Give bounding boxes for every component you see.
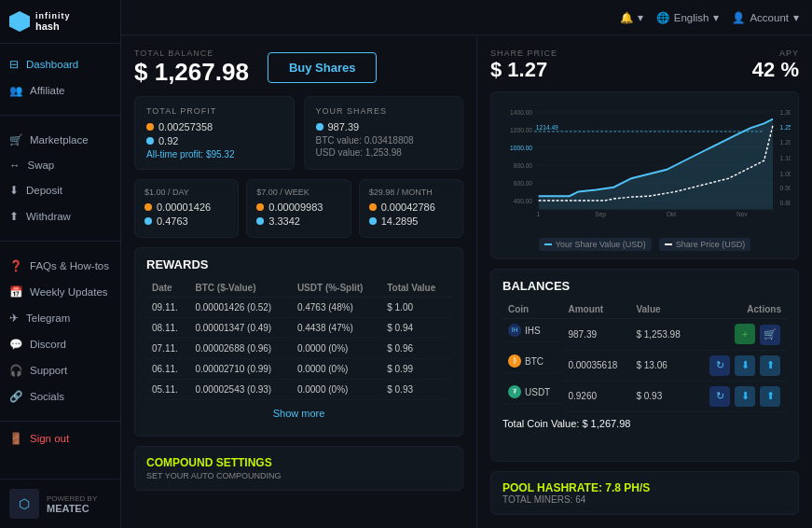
discord-icon: 💬 [9,338,22,351]
rate-month-label: $29.98 / MONTH [369,188,453,197]
usdt-icon: ₮ [508,385,521,398]
content-area: TOTAL BALANCE $ 1,267.98 Buy Shares TOTA… [121,35,812,528]
rate-month-btc: 0.00042786 [381,201,435,213]
sidebar-label-telegram: Telegram [26,313,70,324]
logo: infinity hash [0,0,120,44]
logo-hash: hash [35,21,71,32]
total-balance-value: $ 1,267.98 [134,58,249,87]
bell-icon: 🔔 [620,11,633,24]
notification-bell[interactable]: 🔔 ▾ [620,11,643,24]
sidebar-secondary-section: 🛒 Marketplace ↔ Swap ⬇ Deposit ⬆ Withdra… [0,119,120,237]
sidebar-item-support[interactable]: 🎧 Support [0,357,120,383]
sidebar-item-affiliate[interactable]: 👥 Affiliate [0,77,120,104]
sidebar-divider-3 [0,421,120,422]
bal-col-coin: Coin [502,300,562,319]
svg-text:1.25: 1.25 [780,124,791,131]
sidebar-label-dashboard: Dashboard [26,59,78,70]
sidebar-item-socials[interactable]: 🔗 Socials [0,383,120,410]
total-profit-title: TOTAL PROFIT [146,106,282,116]
sidebar-label-withdraw: Withdraw [26,211,71,222]
rate-week-card: $7.00 / WEEK 0.00009983 3.3342 [246,179,351,238]
sidebar-help-section: ❓ FAQs & How-tos 📅 Weekly Updates ✈ Tele… [0,245,120,417]
svg-text:Sep: Sep [595,211,606,218]
sidebar-item-swap[interactable]: ↔ Swap [0,153,120,177]
ihs-add-button[interactable]: + [735,324,755,344]
shares-usd: USD value: 1,253.98 [316,147,452,158]
sidebar-item-dashboard[interactable]: ⊟ Dashboard [0,51,120,77]
col-date: Date [146,279,189,298]
balances-title: BALANCES [502,279,787,293]
language-label: English [674,12,709,23]
apy-block: APY 42 % [752,49,799,82]
legend-share-price: Share Price (USD) [659,238,751,251]
sidebar-label-support: Support [30,365,67,376]
svg-text:Nov: Nov [736,211,748,217]
svg-text:1000.00: 1000.00 [510,145,532,151]
svg-text:0.90: 0.90 [780,186,791,192]
deposit-icon: ⬇ [9,184,19,197]
rate-day-btc-dot [145,203,152,211]
reward-usdt: 0.0000 (0%) [292,359,381,380]
rate-month-usdt-dot [369,217,377,225]
buy-shares-button[interactable]: Buy Shares [268,52,378,83]
sidebar-label-faqs: FAQs & How-tos [30,260,109,271]
reward-usdt: 0.0000 (0%) [292,339,381,359]
reward-date: 09.11. [146,298,189,318]
profit-btc: 0.00257358 [158,121,213,132]
ihs-cart-button[interactable]: 🛒 [760,325,780,345]
account-menu[interactable]: 👤 Account ▾ [732,11,799,24]
reward-btc: 0.00001426 (0.52) [189,298,291,318]
ihs-amount: 987.39 [562,319,630,351]
right-panel: SHARE PRICE $ 1.27 APY 42 % [476,35,812,528]
apy-label: APY [752,49,799,58]
compound-settings: COMPOUND SETTINGS SET YOUR AUTO COMPOUND… [134,446,463,491]
usdt-download2-button[interactable]: ⬆ [760,386,780,407]
sidebar-item-marketplace[interactable]: 🛒 Marketplace [0,127,120,153]
chart-svg: 1400.00 1200.00 1000.00 800.00 600.00 40… [499,100,791,230]
legend-share-value: Your Share Value (USD) [539,238,652,251]
sidebar-item-deposit[interactable]: ⬇ Deposit [0,177,120,203]
total-coin-label: Total Coin Value: [502,418,579,429]
reward-date: 07.11. [146,339,189,359]
sidebar-item-telegram[interactable]: ✈ Telegram [0,305,120,331]
reward-btc: 0.00002688 (0.96) [189,339,291,359]
language-selector[interactable]: 🌐 English ▾ [656,11,720,24]
svg-text:1.30: 1.30 [780,109,791,116]
sidebar-item-weekly[interactable]: 📅 Weekly Updates [0,279,120,305]
compound-title: COMPOUND SETTINGS [146,456,451,469]
reward-total: $ 0.99 [381,359,451,380]
show-more-button[interactable]: Show more [146,400,451,426]
btc-refresh-button[interactable]: ↻ [709,355,730,376]
usdt-refresh-button[interactable]: ↻ [709,386,730,407]
btc-download-button[interactable]: ⬇ [735,355,755,376]
sidebar-divider-2 [0,241,120,242]
table-row: 09.11. 0.00001426 (0.52) 0.4763 (48%) $ … [146,298,451,318]
sidebar-label-discord: Discord [30,339,66,350]
bell-chevron: ▾ [638,11,643,24]
alltime-profit: All-time profit: $95.32 [146,149,282,160]
table-row: 08.11. 0.00001347 (0.49) 0.4438 (47%) $ … [146,318,451,339]
rate-day-card: $1.00 / DAY 0.00001426 0.4763 [134,179,239,238]
telegram-icon: ✈ [9,312,19,325]
svg-text:1200.00: 1200.00 [510,127,532,133]
rate-week-label: $7.00 / WEEK [256,188,340,197]
usdt-actions: ↻ ⬇ ⬆ [693,381,787,411]
sidebar-item-discord[interactable]: 💬 Discord [0,331,120,357]
sidebar-item-faqs[interactable]: ❓ FAQs & How-tos [0,253,120,279]
sidebar-item-withdraw[interactable]: ⬆ Withdraw [0,203,120,229]
svg-text:1.20: 1.20 [780,139,791,146]
flag-icon: 🌐 [656,11,669,24]
sidebar-item-signout[interactable]: 🚪 Sign out [0,425,120,452]
rate-week-usdt-dot [256,217,264,225]
btc-dot [146,123,154,131]
reward-date: 06.11. [146,359,189,380]
socials-icon: 🔗 [9,390,22,403]
price-chart: 1400.00 1200.00 1000.00 800.00 600.00 40… [490,91,799,259]
table-row: 06.11. 0.00002710 (0.99) 0.0000 (0%) $ 0… [146,359,451,380]
usdt-download-button[interactable]: ⬇ [735,386,755,407]
compound-subtitle: SET YOUR AUTO COMPOUNDING [146,471,451,480]
btc-download2-button[interactable]: ⬆ [760,355,780,376]
rate-week-btc: 0.00009983 [268,201,323,213]
reward-btc: 0.00002710 (0.99) [189,359,291,380]
language-chevron: ▾ [713,11,719,24]
